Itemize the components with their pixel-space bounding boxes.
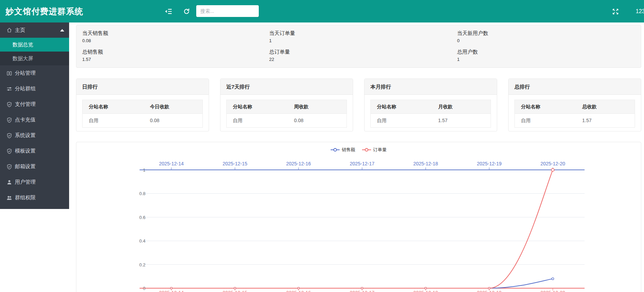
stat-label: 总订单量 [269, 48, 295, 55]
sidebar-item-user-manage[interactable]: 用户管理 [0, 174, 69, 190]
svg-text:2025-12-18: 2025-12-18 [413, 161, 438, 166]
top-bar: 妙文馆付费进群系统 12345 [0, 0, 644, 22]
sales-orders-chart: 00.20.40.60.812025-12-142025-12-142025-1… [76, 142, 642, 292]
column-header: 分站名称 [233, 100, 252, 113]
stats-column-users: 当天新用户数 0 总用户数 1 [457, 25, 488, 63]
svg-text:2025-12-19: 2025-12-19 [477, 290, 502, 292]
column-header: 今日收款 [150, 100, 169, 113]
rank-table: 分站名称 今日收款 自用 0.08 [82, 100, 203, 128]
sidebar-item-home[interactable]: 主页 [0, 22, 69, 38]
sidebar-item-data-overview[interactable]: 数据总览 [0, 38, 69, 52]
sidebar-item-template-settings[interactable]: 模板设置 [0, 143, 69, 159]
sidebar-item-label: 主页 [15, 27, 25, 34]
rank-card-title: 近7天排行 [220, 79, 353, 95]
cell-substation-name: 自用 [521, 114, 531, 127]
stat-value: 1.57 [82, 56, 108, 63]
rank-card-title: 总排行 [509, 79, 641, 95]
sidebar-item-data-screen[interactable]: 数据大屏 [0, 52, 69, 65]
rank-table-header: 分站名称 总收款 [515, 100, 635, 114]
sidebar-item-label: 数据大屏 [12, 55, 33, 62]
sidebar-item-system-settings[interactable]: 系统设置 [0, 128, 69, 143]
table-row: 自用 0.08 [227, 114, 347, 127]
sidebar-item-label: 分站群组 [15, 85, 36, 92]
stats-column-orders: 当天订单量 1 总订单量 22 [269, 25, 295, 63]
username[interactable]: 12345 [636, 0, 644, 22]
sidebar-item-payment-manage[interactable]: 支付管理 [0, 97, 69, 112]
stats-panel: 当天销售额 0.08 总销售额 1.57 当天订单量 1 总订单量 22 当天新… [76, 25, 641, 68]
cell-substation-name: 自用 [377, 114, 387, 127]
svg-text:0.4: 0.4 [139, 238, 145, 244]
app-window: 妙文馆付费进群系统 12345 主页 数据总览 [0, 0, 644, 292]
sidebar-item-label: 群组权限 [15, 194, 36, 201]
refresh-icon[interactable] [183, 8, 190, 15]
sliders-icon [7, 86, 12, 92]
svg-text:2025-12-16: 2025-12-16 [286, 290, 311, 292]
users-icon [7, 195, 12, 201]
svg-text:2025-12-14: 2025-12-14 [159, 161, 184, 166]
sidebar-item-label: 模板设置 [15, 148, 36, 154]
stat-label: 当天销售额 [82, 30, 108, 37]
sidebar-item-label: 支付管理 [15, 101, 36, 108]
stat-label: 总用户数 [457, 48, 488, 55]
svg-text:2025-12-19: 2025-12-19 [477, 161, 502, 166]
rank-card-week: 近7天排行 分站名称 周收款 自用 0.08 [220, 79, 353, 131]
svg-text:2025-12-20: 2025-12-20 [540, 161, 565, 166]
main-content: 当天销售额 0.08 总销售额 1.57 当天订单量 1 总订单量 22 当天新… [69, 22, 644, 292]
sidebar-item-substation-manage[interactable]: 分站管理 [0, 65, 69, 81]
svg-text:2025-12-18: 2025-12-18 [413, 290, 438, 292]
cell-amount: 0.08 [294, 114, 303, 127]
sidebar: 主页 数据总览 数据大屏 分站管理 分站群组 支付管理 [0, 22, 69, 209]
rank-table: 分站名称 周收款 自用 0.08 [226, 100, 347, 128]
stat-value: 1 [457, 56, 488, 63]
caret-up-icon [60, 29, 64, 31]
sidebar-item-label: 系统设置 [15, 132, 36, 139]
column-header: 总收款 [582, 100, 597, 113]
svg-text:0.2: 0.2 [139, 262, 145, 267]
svg-text:2025-12-16: 2025-12-16 [286, 161, 311, 166]
sidebar-item-label: 分站管理 [15, 70, 36, 76]
table-row: 自用 0.08 [83, 114, 202, 127]
column-header: 分站名称 [89, 100, 108, 113]
menu-fold-icon[interactable] [164, 8, 172, 15]
app-title: 妙文馆付费进群系统 [6, 0, 83, 22]
search-input[interactable] [196, 5, 259, 17]
sidebar-item-label: 邮箱设置 [15, 163, 36, 170]
svg-text:2025-12-15: 2025-12-15 [222, 161, 247, 166]
cell-substation-name: 自用 [233, 114, 243, 127]
stat-value: 1 [269, 38, 295, 44]
column-header: 周收款 [294, 100, 309, 113]
stat-value: 0 [457, 38, 488, 44]
sidebar-item-substation-groups[interactable]: 分站群组 [0, 81, 69, 97]
chart-card: 销售额订单量 00.20.40.60.812025-12-142025-12-1… [76, 142, 641, 292]
stat-label: 当天新用户数 [457, 30, 488, 37]
sidebar-item-card-recharge[interactable]: 点卡充值 [0, 112, 69, 128]
rank-table: 分站名称 总收款 自用 1.57 [514, 100, 635, 128]
rank-table-header: 分站名称 周收款 [227, 100, 347, 114]
rank-card-title: 本月排行 [364, 79, 497, 95]
cell-amount: 1.57 [582, 114, 591, 127]
sidebar-item-mail-settings[interactable]: 邮箱设置 [0, 159, 69, 174]
svg-text:2025-12-17: 2025-12-17 [350, 161, 375, 166]
svg-text:2025-12-14: 2025-12-14 [159, 290, 184, 292]
rank-card-title: 日排行 [76, 79, 209, 95]
fullscreen-icon[interactable] [612, 8, 619, 15]
rank-table-header: 分站名称 今日收款 [83, 100, 202, 114]
column-header: 月收款 [438, 100, 453, 113]
svg-text:0.8: 0.8 [139, 191, 145, 196]
table-row: 自用 1.57 [515, 114, 635, 127]
column-header: 分站名称 [521, 100, 540, 113]
cell-amount: 1.57 [438, 114, 447, 127]
shield-check-icon [7, 148, 12, 154]
shield-check-icon [7, 117, 12, 123]
rank-card-daily: 日排行 分站名称 今日收款 自用 0.08 [76, 79, 209, 131]
rank-card-total: 总排行 分站名称 总收款 自用 1.57 [508, 79, 641, 131]
cell-amount: 0.08 [150, 114, 159, 127]
cell-substation-name: 自用 [89, 114, 98, 127]
shield-check-icon [7, 133, 12, 138]
stat-label: 当天订单量 [269, 30, 295, 37]
svg-text:2025-12-20: 2025-12-20 [540, 290, 565, 292]
stat-value: 0.08 [82, 38, 108, 44]
home-icon [7, 27, 12, 33]
sidebar-item-label: 数据总览 [12, 42, 33, 48]
sidebar-item-group-permissions[interactable]: 群组权限 [0, 190, 69, 206]
